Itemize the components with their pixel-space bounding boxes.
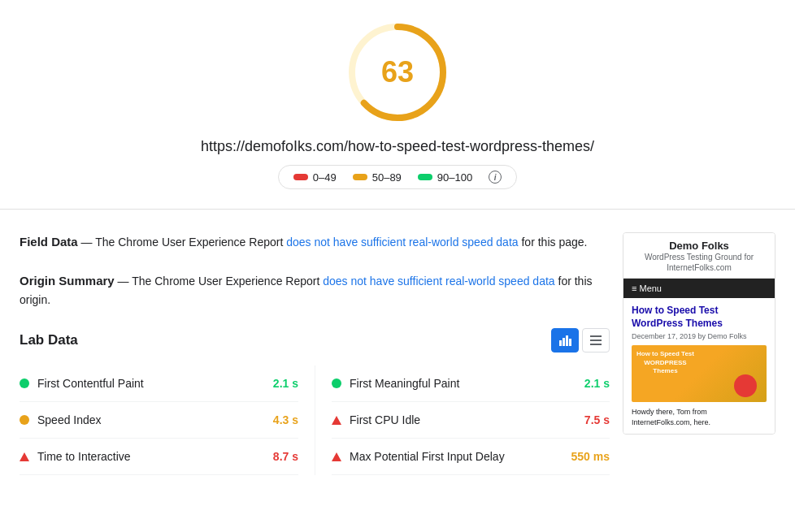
orange-circle-icon <box>20 415 29 425</box>
list-icon <box>589 334 602 347</box>
svg-rect-8 <box>590 344 602 345</box>
view-toggle <box>551 328 610 353</box>
legend-red-label: 0–49 <box>313 171 337 184</box>
svg-rect-2 <box>559 340 562 346</box>
red-triangle-icon <box>332 452 341 461</box>
field-data-link[interactable]: does not have sufficient real-world spee… <box>286 236 518 249</box>
preview-header: Demo Folks WordPress Testing Ground forI… <box>623 233 775 279</box>
legend-green-label: 90–100 <box>437 171 472 184</box>
metric-name: First Contentful Paint <box>37 377 241 390</box>
preview-caption: Howdy there, Tom from InternetFolks.com,… <box>632 407 767 427</box>
metrics-left-col: First Contentful Paint 2.1 s Speed Index… <box>20 365 315 475</box>
metric-value: 4.3 s <box>250 413 298 426</box>
origin-summary-prefix: The Chrome User Experience Report <box>132 275 319 288</box>
metric-name: Speed Index <box>37 413 241 426</box>
svg-rect-3 <box>563 338 565 346</box>
svg-rect-5 <box>569 339 571 346</box>
preview-image: How to Speed TestWORDPRESSThemes <box>632 345 767 402</box>
metrics-right-col: First Meaningful Paint 2.1 s First CPU I… <box>315 365 610 475</box>
preview-image-text: How to Speed TestWORDPRESSThemes <box>636 350 694 375</box>
table-row: Speed Index 4.3 s <box>20 402 298 439</box>
preview-nav-label: ≡ Menu <box>632 283 662 293</box>
preview-circle-icon <box>734 374 757 397</box>
field-data-dash: — <box>81 236 96 249</box>
legend-info-icon[interactable]: i <box>489 171 502 184</box>
page-url: https://demofoIks.com/how-to-speed-test-… <box>201 138 594 155</box>
red-triangle-icon <box>332 416 341 425</box>
metric-value: 8.7 s <box>250 450 298 463</box>
origin-summary-desc: Origin Summary — The Chrome User Experie… <box>20 271 610 309</box>
field-data-section: Field Data — The Chrome User Experience … <box>20 232 610 252</box>
preview-content: How to Speed Test WordPress Themes Decem… <box>623 298 775 434</box>
score-section: 63 https://demofoIks.com/how-to-speed-te… <box>0 0 795 202</box>
green-circle-icon <box>20 378 29 388</box>
field-data-title: Field Data <box>20 235 78 249</box>
red-triangle-icon <box>20 452 29 461</box>
preview-tagline: WordPress Testing Ground forInternetFolk… <box>632 252 767 273</box>
origin-summary-link[interactable]: does not have sufficient real-world spee… <box>323 275 554 288</box>
preview-date: December 17, 2019 by Demo Folks <box>632 332 767 340</box>
lab-data-section: Lab Data <box>20 328 610 475</box>
toggle-list-btn[interactable] <box>582 328 610 353</box>
metrics-grid: First Contentful Paint 2.1 s Speed Index… <box>20 365 610 475</box>
main-content: Field Data — The Chrome User Experience … <box>0 216 795 491</box>
metric-name: Time to Interactive <box>37 450 241 463</box>
green-circle-icon <box>332 378 341 388</box>
svg-rect-4 <box>566 335 568 346</box>
orange-dot-icon <box>353 174 367 180</box>
legend-orange-label: 50–89 <box>372 171 402 184</box>
metric-name: Max Potential First Input Delay <box>350 450 553 463</box>
legend-orange: 50–89 <box>353 171 402 184</box>
svg-rect-6 <box>590 335 602 337</box>
chart-icon <box>558 334 571 347</box>
left-panel: Field Data — The Chrome User Experience … <box>20 232 610 475</box>
top-divider <box>0 209 795 210</box>
score-ring: 63 <box>345 19 450 125</box>
origin-summary-dash: — <box>118 275 132 288</box>
first-cpu-idle-label: First CPU Idle <box>350 413 553 426</box>
metric-name: First Meaningful Paint <box>350 377 553 390</box>
origin-summary-section: Origin Summary — The Chrome User Experie… <box>20 271 610 309</box>
field-data-desc: Field Data — The Chrome User Experience … <box>20 232 610 252</box>
table-row: Time to Interactive 8.7 s <box>20 439 298 475</box>
red-dot-icon <box>293 174 308 180</box>
preview-nav: ≡ Menu <box>623 279 775 298</box>
table-row: First CPU Idle 7.5 s <box>332 402 610 439</box>
score-legend: 0–49 50–89 90–100 i <box>278 165 517 189</box>
origin-summary-title: Origin Summary <box>20 274 115 288</box>
table-row: First Meaningful Paint 2.1 s <box>332 365 610 402</box>
lab-data-title: Lab Data <box>20 332 78 348</box>
metric-value: 2.1 s <box>561 377 610 390</box>
svg-rect-7 <box>590 340 602 341</box>
score-value: 63 <box>381 55 414 89</box>
metric-value: 550 ms <box>561 450 610 463</box>
field-data-prefix: The Chrome User Experience Report <box>95 236 283 249</box>
toggle-chart-btn[interactable] <box>551 328 579 353</box>
preview-panel: Demo Folks WordPress Testing Ground forI… <box>623 232 775 435</box>
green-dot-icon <box>418 174 432 180</box>
preview-site-name: Demo Folks <box>632 240 767 252</box>
metric-value: 7.5 s <box>561 413 610 426</box>
legend-green: 90–100 <box>418 171 472 184</box>
table-row: First Contentful Paint 2.1 s <box>20 365 298 402</box>
lab-data-header: Lab Data <box>20 328 610 353</box>
preview-article-title: How to Speed Test WordPress Themes <box>632 305 767 330</box>
table-row: Max Potential First Input Delay 550 ms <box>332 439 610 475</box>
legend-red: 0–49 <box>293 171 337 184</box>
metric-value: 2.1 s <box>250 377 298 390</box>
field-data-suffix: for this page. <box>521 236 587 249</box>
